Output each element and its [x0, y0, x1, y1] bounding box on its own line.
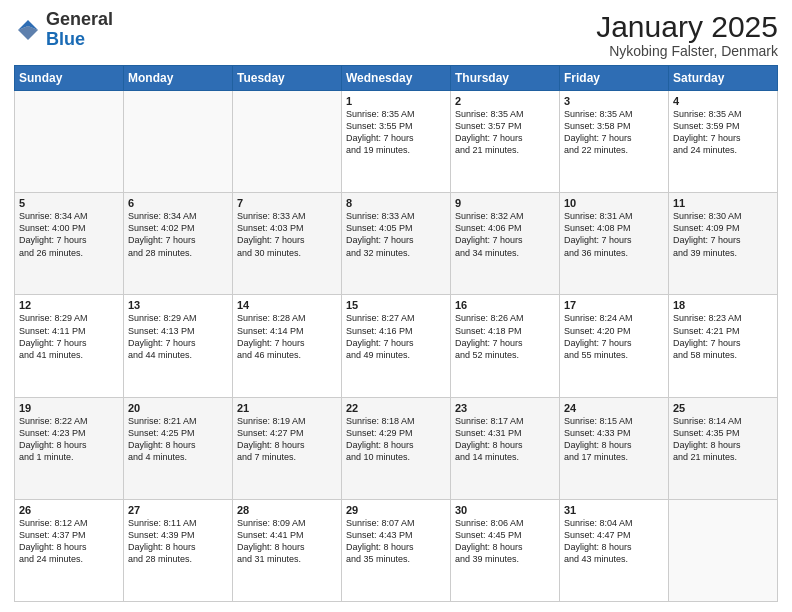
table-cell: 21Sunrise: 8:19 AM Sunset: 4:27 PM Dayli…: [233, 397, 342, 499]
day-info: Sunrise: 8:29 AM Sunset: 4:11 PM Dayligh…: [19, 312, 119, 361]
day-number: 21: [237, 402, 337, 414]
table-cell: [669, 499, 778, 601]
day-number: 18: [673, 299, 773, 311]
table-cell: 4Sunrise: 8:35 AM Sunset: 3:59 PM Daylig…: [669, 91, 778, 193]
day-info: Sunrise: 8:14 AM Sunset: 4:35 PM Dayligh…: [673, 415, 773, 464]
day-number: 24: [564, 402, 664, 414]
day-number: 4: [673, 95, 773, 107]
week-row-2: 5Sunrise: 8:34 AM Sunset: 4:00 PM Daylig…: [15, 193, 778, 295]
table-cell: 11Sunrise: 8:30 AM Sunset: 4:09 PM Dayli…: [669, 193, 778, 295]
col-sunday: Sunday: [15, 66, 124, 91]
logo-blue-text: Blue: [46, 29, 85, 49]
table-cell: 2Sunrise: 8:35 AM Sunset: 3:57 PM Daylig…: [451, 91, 560, 193]
table-cell: 22Sunrise: 8:18 AM Sunset: 4:29 PM Dayli…: [342, 397, 451, 499]
day-number: 19: [19, 402, 119, 414]
day-info: Sunrise: 8:33 AM Sunset: 4:05 PM Dayligh…: [346, 210, 446, 259]
day-number: 14: [237, 299, 337, 311]
day-number: 5: [19, 197, 119, 209]
table-cell: 5Sunrise: 8:34 AM Sunset: 4:00 PM Daylig…: [15, 193, 124, 295]
calendar-subtitle: Nykobing Falster, Denmark: [596, 43, 778, 59]
table-cell: 7Sunrise: 8:33 AM Sunset: 4:03 PM Daylig…: [233, 193, 342, 295]
table-cell: 12Sunrise: 8:29 AM Sunset: 4:11 PM Dayli…: [15, 295, 124, 397]
day-info: Sunrise: 8:06 AM Sunset: 4:45 PM Dayligh…: [455, 517, 555, 566]
col-wednesday: Wednesday: [342, 66, 451, 91]
logo: General Blue: [14, 10, 113, 50]
col-thursday: Thursday: [451, 66, 560, 91]
day-number: 9: [455, 197, 555, 209]
table-cell: 31Sunrise: 8:04 AM Sunset: 4:47 PM Dayli…: [560, 499, 669, 601]
day-info: Sunrise: 8:35 AM Sunset: 3:57 PM Dayligh…: [455, 108, 555, 157]
page: General Blue January 2025 Nykobing Falst…: [0, 0, 792, 612]
day-number: 22: [346, 402, 446, 414]
day-number: 3: [564, 95, 664, 107]
logo-general-text: General: [46, 9, 113, 29]
day-number: 11: [673, 197, 773, 209]
day-info: Sunrise: 8:34 AM Sunset: 4:02 PM Dayligh…: [128, 210, 228, 259]
calendar-table: Sunday Monday Tuesday Wednesday Thursday…: [14, 65, 778, 602]
day-number: 13: [128, 299, 228, 311]
day-number: 28: [237, 504, 337, 516]
table-cell: 25Sunrise: 8:14 AM Sunset: 4:35 PM Dayli…: [669, 397, 778, 499]
table-cell: 8Sunrise: 8:33 AM Sunset: 4:05 PM Daylig…: [342, 193, 451, 295]
day-number: 31: [564, 504, 664, 516]
col-saturday: Saturday: [669, 66, 778, 91]
table-cell: 1Sunrise: 8:35 AM Sunset: 3:55 PM Daylig…: [342, 91, 451, 193]
table-cell: [233, 91, 342, 193]
day-number: 17: [564, 299, 664, 311]
day-info: Sunrise: 8:19 AM Sunset: 4:27 PM Dayligh…: [237, 415, 337, 464]
day-number: 8: [346, 197, 446, 209]
table-cell: 16Sunrise: 8:26 AM Sunset: 4:18 PM Dayli…: [451, 295, 560, 397]
day-number: 25: [673, 402, 773, 414]
title-block: January 2025 Nykobing Falster, Denmark: [596, 10, 778, 59]
day-number: 20: [128, 402, 228, 414]
day-info: Sunrise: 8:23 AM Sunset: 4:21 PM Dayligh…: [673, 312, 773, 361]
table-cell: 3Sunrise: 8:35 AM Sunset: 3:58 PM Daylig…: [560, 91, 669, 193]
day-number: 30: [455, 504, 555, 516]
day-info: Sunrise: 8:18 AM Sunset: 4:29 PM Dayligh…: [346, 415, 446, 464]
day-info: Sunrise: 8:34 AM Sunset: 4:00 PM Dayligh…: [19, 210, 119, 259]
table-cell: 29Sunrise: 8:07 AM Sunset: 4:43 PM Dayli…: [342, 499, 451, 601]
header-row: Sunday Monday Tuesday Wednesday Thursday…: [15, 66, 778, 91]
day-info: Sunrise: 8:30 AM Sunset: 4:09 PM Dayligh…: [673, 210, 773, 259]
day-info: Sunrise: 8:04 AM Sunset: 4:47 PM Dayligh…: [564, 517, 664, 566]
day-info: Sunrise: 8:33 AM Sunset: 4:03 PM Dayligh…: [237, 210, 337, 259]
week-row-5: 26Sunrise: 8:12 AM Sunset: 4:37 PM Dayli…: [15, 499, 778, 601]
day-number: 26: [19, 504, 119, 516]
table-cell: 19Sunrise: 8:22 AM Sunset: 4:23 PM Dayli…: [15, 397, 124, 499]
table-cell: 30Sunrise: 8:06 AM Sunset: 4:45 PM Dayli…: [451, 499, 560, 601]
day-number: 7: [237, 197, 337, 209]
day-info: Sunrise: 8:12 AM Sunset: 4:37 PM Dayligh…: [19, 517, 119, 566]
table-cell: 14Sunrise: 8:28 AM Sunset: 4:14 PM Dayli…: [233, 295, 342, 397]
table-cell: 20Sunrise: 8:21 AM Sunset: 4:25 PM Dayli…: [124, 397, 233, 499]
calendar-title: January 2025: [596, 10, 778, 43]
day-info: Sunrise: 8:35 AM Sunset: 3:59 PM Dayligh…: [673, 108, 773, 157]
day-info: Sunrise: 8:21 AM Sunset: 4:25 PM Dayligh…: [128, 415, 228, 464]
week-row-4: 19Sunrise: 8:22 AM Sunset: 4:23 PM Dayli…: [15, 397, 778, 499]
day-number: 15: [346, 299, 446, 311]
table-cell: 28Sunrise: 8:09 AM Sunset: 4:41 PM Dayli…: [233, 499, 342, 601]
day-number: 12: [19, 299, 119, 311]
day-info: Sunrise: 8:24 AM Sunset: 4:20 PM Dayligh…: [564, 312, 664, 361]
day-info: Sunrise: 8:27 AM Sunset: 4:16 PM Dayligh…: [346, 312, 446, 361]
col-monday: Monday: [124, 66, 233, 91]
header: General Blue January 2025 Nykobing Falst…: [14, 10, 778, 59]
day-info: Sunrise: 8:35 AM Sunset: 3:58 PM Dayligh…: [564, 108, 664, 157]
day-number: 23: [455, 402, 555, 414]
table-cell: [124, 91, 233, 193]
day-number: 6: [128, 197, 228, 209]
table-cell: [15, 91, 124, 193]
col-friday: Friday: [560, 66, 669, 91]
week-row-1: 1Sunrise: 8:35 AM Sunset: 3:55 PM Daylig…: [15, 91, 778, 193]
day-info: Sunrise: 8:09 AM Sunset: 4:41 PM Dayligh…: [237, 517, 337, 566]
table-cell: 10Sunrise: 8:31 AM Sunset: 4:08 PM Dayli…: [560, 193, 669, 295]
day-number: 29: [346, 504, 446, 516]
day-info: Sunrise: 8:31 AM Sunset: 4:08 PM Dayligh…: [564, 210, 664, 259]
table-cell: 6Sunrise: 8:34 AM Sunset: 4:02 PM Daylig…: [124, 193, 233, 295]
day-info: Sunrise: 8:17 AM Sunset: 4:31 PM Dayligh…: [455, 415, 555, 464]
table-cell: 13Sunrise: 8:29 AM Sunset: 4:13 PM Dayli…: [124, 295, 233, 397]
table-cell: 23Sunrise: 8:17 AM Sunset: 4:31 PM Dayli…: [451, 397, 560, 499]
day-number: 27: [128, 504, 228, 516]
day-info: Sunrise: 8:15 AM Sunset: 4:33 PM Dayligh…: [564, 415, 664, 464]
table-cell: 9Sunrise: 8:32 AM Sunset: 4:06 PM Daylig…: [451, 193, 560, 295]
day-number: 10: [564, 197, 664, 209]
